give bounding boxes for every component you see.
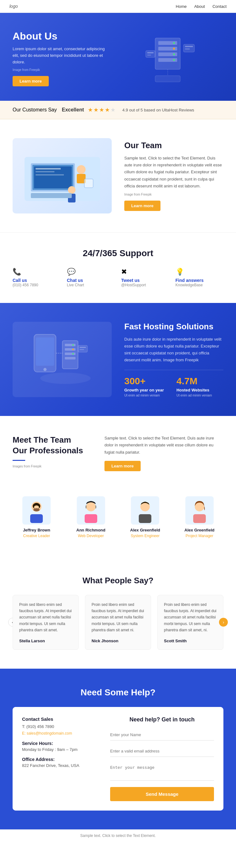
svg-rect-11 bbox=[185, 48, 190, 50]
alex1-avatar bbox=[131, 496, 159, 525]
support-call: 📞 Call us (010) 456 7890 bbox=[12, 268, 61, 287]
call-sub: (010) 456 7890 bbox=[12, 283, 61, 287]
svg-point-52 bbox=[86, 502, 96, 512]
stat-growth-sub: Ut enim ad minim veniam bbox=[124, 394, 164, 397]
svg-rect-28 bbox=[31, 193, 72, 198]
stat-growth: 300+ Growth year on year Ut enim ad mini… bbox=[124, 376, 164, 397]
hero-title: About Us bbox=[12, 30, 118, 42]
service-hours: Monday to Friday : 9am – 7pm bbox=[22, 747, 91, 752]
svg-point-40 bbox=[72, 353, 74, 355]
svg-rect-20 bbox=[34, 166, 72, 188]
hosting-text: Fast Hosting Solutions Duis aute irure d… bbox=[124, 322, 224, 397]
svg-point-49 bbox=[33, 508, 40, 512]
svg-rect-13 bbox=[147, 52, 154, 53]
help-section: Need Some Help? Contact Sales T: (910) 4… bbox=[0, 669, 236, 829]
svg-rect-16 bbox=[155, 76, 180, 82]
hosting-title: Fast Hosting Solutions bbox=[124, 322, 224, 332]
svg-rect-56 bbox=[139, 514, 151, 523]
testimonial-2-author: Nick Jhonson bbox=[91, 639, 145, 643]
chat-title[interactable]: Chat us bbox=[67, 278, 115, 283]
answers-title[interactable]: Find answers bbox=[176, 278, 224, 283]
ann-avatar bbox=[77, 496, 105, 525]
testimonials-title: What People Say? bbox=[12, 576, 224, 586]
nav-about[interactable]: About bbox=[194, 4, 205, 9]
next-arrow[interactable]: › bbox=[219, 618, 228, 627]
svg-point-38 bbox=[72, 344, 74, 346]
nav-home[interactable]: Home bbox=[176, 4, 187, 9]
call-title[interactable]: Call us bbox=[12, 278, 61, 283]
form-title: Need help? Get in touch bbox=[110, 716, 214, 723]
hero-text: About Us Lorem ipsum dolor sit amet, con… bbox=[12, 30, 118, 86]
form-name-input[interactable] bbox=[110, 729, 214, 741]
rating-stars: ★★★★★ bbox=[88, 106, 116, 113]
testimonial-3: Proin sed libero enim sed faucibus turpi… bbox=[157, 595, 224, 650]
stat-growth-number: 300+ bbox=[124, 376, 164, 386]
testimonials-wrapper: ‹ Proin sed libero enim sed faucibus tur… bbox=[12, 595, 224, 650]
form-message-input[interactable] bbox=[110, 762, 214, 781]
testimonial-grid: Proin sed libero enim sed faucibus turpi… bbox=[12, 595, 224, 650]
contact-info: Contact Sales T: (910) 456 7890 E: sales… bbox=[12, 707, 101, 811]
hosting-illustration bbox=[12, 322, 112, 397]
blue-divider bbox=[12, 460, 25, 461]
sales-title: Contact Sales bbox=[22, 716, 91, 722]
ann-role: Web Developer bbox=[67, 534, 115, 538]
stat-hosted-number: 4.7M bbox=[177, 376, 212, 386]
meet-image-credit: Images from Freepik bbox=[12, 465, 92, 468]
sales-phone: T: (910) 456 7890 bbox=[22, 724, 91, 729]
alex2-role: Project Manager bbox=[176, 534, 224, 538]
hero-section: About Us Lorem ipsum dolor sit amet, con… bbox=[0, 13, 236, 101]
team-image-credit: Image from Freepik bbox=[124, 193, 224, 196]
team-members-grid: Jeffrey Brown Creative Leader Ann Richmo… bbox=[0, 490, 236, 557]
alex2-name: Alex Greenfield bbox=[176, 528, 224, 532]
meet-title: Meet The Team Our Professionals bbox=[12, 435, 92, 456]
team-text: Our Team Sample text. Click to select th… bbox=[124, 141, 224, 211]
svg-rect-22 bbox=[35, 171, 54, 172]
meet-description: Sample text. Click to select the Text El… bbox=[104, 435, 224, 456]
svg-rect-50 bbox=[30, 514, 43, 523]
testimonials-section: What People Say? ‹ Proin sed libero enim… bbox=[0, 557, 236, 669]
testimonial-2: Proin sed libero enim sed faucibus turpi… bbox=[85, 595, 151, 650]
office-address: 822 Fancher Drive, Texas, USA bbox=[22, 763, 91, 768]
alex1-name: Alex Greenfield bbox=[121, 528, 169, 532]
answers-sub: KnowledgeBase bbox=[176, 283, 224, 287]
member-alex1: Alex Greenfield System Engineer bbox=[121, 496, 169, 538]
rating-prefix: Our Customers Say bbox=[12, 107, 57, 113]
testimonial-1-author: Stella Larson bbox=[19, 639, 72, 643]
support-title: 24/7/365 Support bbox=[12, 248, 224, 258]
support-answers: 💡 Find answers KnowledgeBase bbox=[176, 268, 224, 287]
member-ann: Ann Richmond Web Developer bbox=[67, 496, 115, 538]
tweet-title[interactable]: Tweet us bbox=[121, 278, 169, 283]
rating-bar: Our Customers Say Excellent ★★★★★ 4.9 ou… bbox=[0, 101, 236, 119]
form-email-input[interactable] bbox=[110, 746, 214, 757]
svg-rect-21 bbox=[35, 168, 61, 169]
logo: logo bbox=[9, 4, 18, 9]
meet-cta-button[interactable]: Learn more bbox=[104, 461, 141, 471]
form-submit-button[interactable]: Send Message bbox=[110, 787, 214, 801]
svg-rect-14 bbox=[147, 55, 151, 56]
jeffrey-avatar bbox=[22, 496, 51, 525]
support-chat: 💬 Chat us Live Chart bbox=[67, 268, 115, 287]
footer: Sample text. Click to select the Text El… bbox=[0, 829, 236, 842]
hosting-description: Duis aute irure dolor in reprehenderit i… bbox=[124, 336, 224, 364]
svg-rect-37 bbox=[65, 357, 76, 360]
team-title: Our Team bbox=[124, 141, 224, 150]
member-alex2: Alex Greenfield Project Manager bbox=[176, 496, 224, 538]
testimonial-1: Proin sed libero enim sed faucibus turpi… bbox=[12, 595, 79, 650]
team-cta-button[interactable]: Learn more bbox=[124, 200, 160, 211]
hosting-stats: 300+ Growth year on year Ut enim ad mini… bbox=[124, 376, 224, 397]
fast-hosting-section: Fast Hosting Solutions Duis aute irure d… bbox=[0, 303, 236, 416]
sales-email[interactable]: E: sales@hostingdomain.com bbox=[22, 731, 72, 736]
stat-growth-label: Growth year on year bbox=[124, 388, 164, 393]
address-title: Office Address: bbox=[22, 757, 91, 762]
hero-description: Lorem ipsum dolor sit amet, consectetur … bbox=[12, 46, 107, 65]
svg-point-8 bbox=[173, 59, 175, 61]
alex2-avatar bbox=[185, 496, 214, 525]
footer-text: Sample text. Click to select the Text El… bbox=[80, 834, 156, 838]
contact-form: Need help? Get in touch Send Message bbox=[101, 707, 224, 811]
hero-image-credit: Image from Freepik bbox=[12, 68, 118, 71]
svg-point-24 bbox=[77, 165, 86, 174]
nav-contact[interactable]: Contact bbox=[212, 4, 227, 9]
support-grid: 📞 Call us (010) 456 7890 💬 Chat us Live … bbox=[12, 268, 224, 287]
hero-cta-button[interactable]: Learn more bbox=[12, 76, 49, 86]
svg-rect-23 bbox=[35, 174, 64, 176]
